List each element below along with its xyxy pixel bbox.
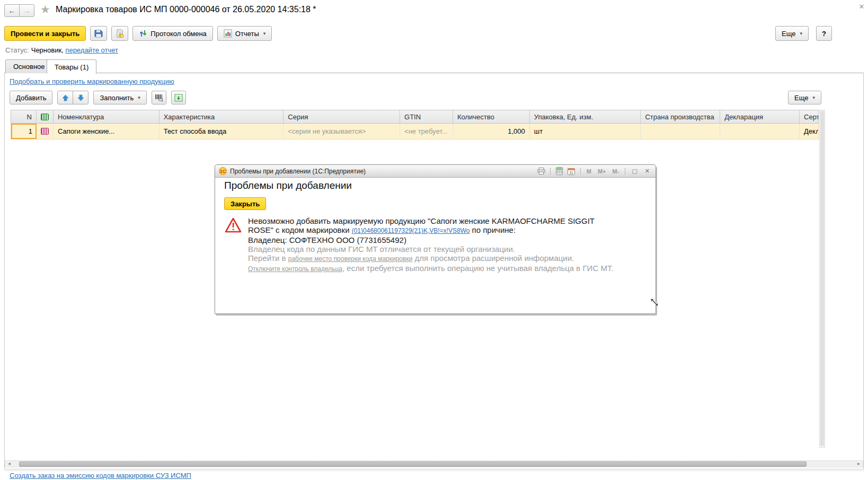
cell-gtin[interactable]: <не требует... xyxy=(400,124,453,139)
move-down-button[interactable] xyxy=(73,91,88,104)
cell-country[interactable] xyxy=(641,124,720,139)
svg-text:31: 31 xyxy=(570,170,574,174)
scroll-right-arrow[interactable]: ► xyxy=(855,461,863,466)
dialog-titlebar[interactable]: 1С Проблемы при добавлении (1С:Предприят… xyxy=(215,165,656,178)
table-row[interactable]: 1 Сапоги женские... Тест способа ввода <… xyxy=(11,124,819,139)
forward-button[interactable]: → xyxy=(19,4,34,17)
chevron-down-icon: ▾ xyxy=(263,31,266,36)
post-document-button[interactable] xyxy=(111,26,128,41)
post-document-icon xyxy=(116,29,124,38)
dialog-close-icon[interactable]: ✕ xyxy=(643,168,652,174)
report-chart-icon xyxy=(224,29,232,38)
col-header-country[interactable]: Страна производства xyxy=(641,110,720,123)
dialog-close-button[interactable]: Закрыть xyxy=(224,197,266,210)
titlebar-separator xyxy=(550,168,551,175)
calendar-icon[interactable]: 31 xyxy=(567,167,576,175)
status-line: Статус:Черновик, передайте отчет xyxy=(5,46,118,54)
add-row-button[interactable]: Добавить xyxy=(10,91,52,104)
panel-border-bottom xyxy=(4,469,864,469)
pick-and-check-link[interactable]: Подобрать и проверить маркированную прод… xyxy=(10,77,174,85)
table-header-row: N Номенклатура Характеристика Серия GTIN… xyxy=(11,110,819,124)
reports-button[interactable]: Отчеты ▾ xyxy=(217,26,272,41)
cell-series[interactable]: <серия не указывается> xyxy=(284,124,400,139)
fill-table-button[interactable] xyxy=(171,91,186,104)
back-arrow-icon: ← xyxy=(8,6,16,15)
scroll-left-arrow[interactable]: ◄ xyxy=(5,461,13,466)
titlebar-separator xyxy=(580,168,581,175)
dialog-title: Проблемы при добавлении (1С:Предприятие) xyxy=(230,168,366,175)
table-more-button[interactable]: Еще ▾ xyxy=(788,91,821,104)
calculator-icon[interactable] xyxy=(555,167,564,175)
fill-button[interactable]: Заполнить ▾ xyxy=(93,91,146,104)
chevron-down-icon: ▾ xyxy=(138,95,140,100)
col-header-declaration[interactable]: Декларация xyxy=(720,110,800,123)
marking-code-icon xyxy=(41,114,49,120)
message-line-disable: Отключите контроль владельца, если требу… xyxy=(248,264,614,274)
help-button[interactable]: ? xyxy=(816,26,832,41)
check-workplace-link[interactable]: рабочее место проверки кода маркировки xyxy=(288,255,413,263)
cell-quantity[interactable]: 1,000 xyxy=(453,124,530,139)
memory-m-minus-button[interactable]: M- xyxy=(611,168,621,174)
forward-arrow-icon: → xyxy=(23,6,31,15)
col-header-n[interactable]: N xyxy=(11,110,37,123)
vertical-scrollbar[interactable] xyxy=(819,110,825,448)
tab-goods[interactable]: Товары (1) xyxy=(47,59,96,74)
resize-cursor-icon xyxy=(650,298,659,309)
cell-declaration[interactable] xyxy=(720,124,800,139)
dialog-message: Невозможно добавить маркируемую продукци… xyxy=(248,216,614,274)
message-line-owner-differs: Владелец кода по данным ГИС МТ отличаетс… xyxy=(248,245,614,254)
cell-certificate[interactable]: Декл xyxy=(800,124,818,139)
titlebar-separator xyxy=(625,168,625,175)
section-divider xyxy=(4,470,864,471)
page-title: Маркировка товаров ИС МП 0000-000046 от … xyxy=(56,5,316,14)
app-window: ← → ★ Маркировка товаров ИС МП 0000-0000… xyxy=(0,0,868,480)
disable-owner-control-link[interactable]: Отключите контроль владельца xyxy=(248,265,342,273)
marking-code-link[interactable]: (01)04680061197329(21)K,VB!=x!VS8Wo xyxy=(352,227,470,234)
print-icon[interactable] xyxy=(537,167,546,175)
post-and-close-button[interactable]: Провести и закрыть xyxy=(4,26,86,41)
exchange-protocol-label: Протокол обмена xyxy=(150,30,207,38)
move-up-button[interactable] xyxy=(57,91,73,104)
save-icon xyxy=(94,29,103,38)
vertical-scrollbar-thumb[interactable] xyxy=(820,111,824,446)
table-toolbar: Добавить Заполнить ▾ xyxy=(10,91,186,104)
memory-m-button[interactable]: M xyxy=(585,168,593,174)
arrow-down-icon xyxy=(77,94,84,101)
horizontal-scrollbar-thumb[interactable] xyxy=(19,461,807,467)
col-header-gtin[interactable]: GTIN xyxy=(400,110,453,123)
col-header-series[interactable]: Серия xyxy=(284,110,400,123)
panel-border-top xyxy=(4,73,864,73)
exchange-arrows-icon xyxy=(139,29,147,38)
send-report-link[interactable]: передайте отчет xyxy=(65,46,118,54)
more-button[interactable]: Еще ▾ xyxy=(775,26,809,41)
cell-characteristic[interactable]: Тест способа ввода xyxy=(160,124,284,139)
tab-main[interactable]: Основное xyxy=(5,59,53,73)
cell-nomenclature[interactable]: Сапоги женские... xyxy=(54,124,160,139)
col-header-package[interactable]: Упаковка, Ед. изм. xyxy=(530,110,641,123)
col-header-quantity[interactable]: Количество xyxy=(453,110,530,123)
back-button[interactable]: ← xyxy=(4,4,20,17)
1c-logo-icon: 1С xyxy=(219,167,227,175)
memory-m-plus-button[interactable]: M+ xyxy=(596,168,608,174)
barcode-scan-icon xyxy=(155,93,163,102)
window-close-icon[interactable]: ✕ xyxy=(857,3,866,11)
cell-marking[interactable] xyxy=(37,124,54,139)
dialog-maximize-icon[interactable]: ▢ xyxy=(630,168,639,174)
arrow-up-icon xyxy=(62,94,69,101)
panel-border-right xyxy=(863,73,864,469)
col-header-nomenclature[interactable]: Номенклатура xyxy=(54,110,160,123)
create-emission-order-link[interactable]: Создать заказ на эмиссию кодов маркировк… xyxy=(10,472,191,479)
cell-package[interactable]: шт xyxy=(530,124,641,139)
exchange-protocol-button[interactable]: Протокол обмена xyxy=(132,26,213,41)
col-header-certificate[interactable]: Серт xyxy=(800,110,818,123)
col-header-marking[interactable] xyxy=(37,110,54,123)
chevron-down-icon: ▾ xyxy=(800,31,802,36)
message-line-owner: Владелец: СОФТЕХНО ООО (7731655492) xyxy=(248,235,614,245)
cell-n[interactable]: 1 xyxy=(11,124,37,139)
favorite-star-icon[interactable]: ★ xyxy=(40,3,50,16)
col-header-characteristic[interactable]: Характеристика xyxy=(160,110,284,123)
barcode-scan-button[interactable] xyxy=(152,91,166,104)
save-button[interactable] xyxy=(90,26,107,41)
warning-triangle-icon xyxy=(225,217,242,235)
horizontal-scrollbar[interactable]: ◄ ► xyxy=(5,460,863,467)
